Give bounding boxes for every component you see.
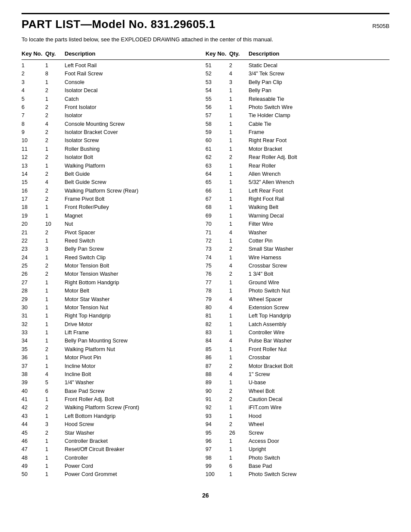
cell-keyno: 74 <box>206 254 229 262</box>
cell-desc: Left Top Handgrip <box>249 312 389 320</box>
cell-qty: 4 <box>229 337 249 345</box>
cell-qty: 1 <box>229 254 249 262</box>
cell-qty: 1 <box>229 212 249 220</box>
cell-qty: 2 <box>45 404 65 412</box>
cell-keyno: 98 <box>206 454 229 462</box>
list-item: 52 4 3/4" Tek Screw <box>206 70 389 78</box>
cell-desc: Belly Pan <box>249 87 389 95</box>
cell-desc: Wire Harness <box>249 254 389 262</box>
cell-desc: Isolator Bracket Cover <box>65 128 206 137</box>
cell-desc: Motor Bracket Bolt <box>249 362 389 370</box>
cell-keyno: 67 <box>206 195 229 203</box>
cell-qty: 1 <box>229 287 249 295</box>
list-item: 54 1 Belly Pan <box>206 87 389 95</box>
cell-keyno: 86 <box>206 354 229 362</box>
cell-keyno: 27 <box>22 279 45 287</box>
list-item: 37 1 Incline Motor <box>22 362 206 370</box>
cell-desc: Front Roller Adj. Bolt <box>65 395 206 404</box>
list-item: 16 2 Walking Platform Screw (Rear) <box>22 187 206 195</box>
cell-desc: Allen Wrench <box>249 170 389 178</box>
cell-desc: Controller <box>65 454 206 462</box>
cell-desc: Belly Pan Mounting Screw <box>65 337 206 345</box>
cell-qty: 2 <box>45 229 65 237</box>
cell-desc: Isolator Bolt <box>65 153 206 162</box>
cell-desc: Access Door <box>249 437 389 445</box>
cell-keyno: 47 <box>22 445 45 454</box>
cell-keyno: 16 <box>22 187 45 195</box>
cell-desc: Motor Tension Bolt <box>65 262 206 270</box>
cell-keyno: 56 <box>206 103 229 112</box>
cell-desc: Cable Tie <box>249 120 389 128</box>
cell-keyno: 89 <box>206 379 229 387</box>
cell-keyno: 14 <box>22 170 45 178</box>
cell-keyno: 73 <box>206 245 229 253</box>
cell-desc: Photo Switch <box>249 454 389 462</box>
list-item: 70 1 Filter Wire <box>206 220 389 228</box>
cell-keyno: 64 <box>206 170 229 178</box>
cell-desc: Drive Motor <box>65 320 206 329</box>
cell-keyno: 99 <box>206 462 229 470</box>
list-item: 80 4 Extension Screw <box>206 304 389 312</box>
cell-desc: Lift Frame <box>65 329 206 337</box>
subtitle: To locate the parts listed below, see th… <box>22 36 389 43</box>
list-item: 69 1 Warning Decal <box>206 212 389 220</box>
cell-keyno: 58 <box>206 120 229 128</box>
list-item: 19 1 Magnet <box>22 212 206 220</box>
cell-desc: Incline Bolt <box>65 370 206 379</box>
list-item: 18 1 Front Roller/Pulley <box>22 203 206 212</box>
cell-qty: 1 <box>45 437 65 445</box>
cell-desc: Wheel <box>249 420 389 429</box>
cell-qty: 4 <box>229 70 249 78</box>
list-item: 46 1 Controller Bracket <box>22 437 206 445</box>
list-item: 58 1 Cable Tie <box>206 120 389 128</box>
list-item: 75 4 Crossbar Screw <box>206 262 389 270</box>
cell-qty: 1 <box>45 320 65 329</box>
list-item: 17 2 Frame Pivot Bolt <box>22 195 206 203</box>
list-item: 95 26 Screw <box>206 429 389 437</box>
list-item: 53 3 Belly Pan Clip <box>206 78 389 87</box>
cell-qty: 1 <box>45 395 65 404</box>
list-item: 1 1 Left Foot Rail <box>22 62 206 70</box>
right-keyno-header: Key No. <box>206 50 229 57</box>
cell-desc: Left Rear Foot <box>249 187 389 195</box>
cell-desc: Foot Rail Screw <box>65 70 206 78</box>
cell-qty: 1 <box>229 329 249 337</box>
cell-desc: Isolator Decal <box>65 87 206 95</box>
cell-desc: iFIT.com Wire <box>249 404 389 412</box>
cell-desc: Motor Belt <box>65 287 206 295</box>
cell-desc: Belly Pan Screw <box>65 245 206 253</box>
cell-qty: 4 <box>45 120 65 128</box>
cell-qty: 2 <box>229 270 249 278</box>
cell-desc: U-base <box>249 379 389 387</box>
cell-keyno: 57 <box>206 112 229 120</box>
list-item: 25 2 Motor Tension Bolt <box>22 262 206 270</box>
cell-qty: 1 <box>45 296 65 304</box>
cell-qty: 5 <box>45 379 65 387</box>
list-item: 61 1 Motor Bracket <box>206 145 389 153</box>
left-keyno-header: Key No. <box>22 50 45 57</box>
cell-keyno: 1 <box>22 62 45 70</box>
cell-desc: Walking Platform Screw (Rear) <box>65 187 206 195</box>
cell-desc: Reset/Off Circuit Breaker <box>65 445 206 454</box>
cell-keyno: 7 <box>22 112 45 120</box>
cell-desc: Hood <box>249 412 389 420</box>
cell-desc: Right Rear Foot <box>249 137 389 145</box>
cell-desc: Photo Switch Wire <box>249 103 389 112</box>
cell-desc: Extension Screw <box>249 304 389 312</box>
list-item: 99 6 Base Pad <box>206 462 389 470</box>
cell-qty: 1 <box>45 162 65 170</box>
cell-keyno: 65 <box>206 178 229 187</box>
cell-desc: Reed Switch Clip <box>65 254 206 262</box>
cell-qty: 3 <box>229 78 249 87</box>
cell-qty: 1 <box>229 345 249 354</box>
cell-keyno: 33 <box>22 329 45 337</box>
cell-desc: Walking Platform Screw (Front) <box>65 404 206 412</box>
list-item: 20 10 Nut <box>22 220 206 228</box>
cell-keyno: 62 <box>206 153 229 162</box>
cell-keyno: 93 <box>206 412 229 420</box>
cell-qty: 1 <box>45 145 65 153</box>
cell-keyno: 77 <box>206 279 229 287</box>
cell-keyno: 19 <box>22 212 45 220</box>
list-item: 97 1 Upright <box>206 445 389 454</box>
cell-desc: Motor Bracket <box>249 145 389 153</box>
